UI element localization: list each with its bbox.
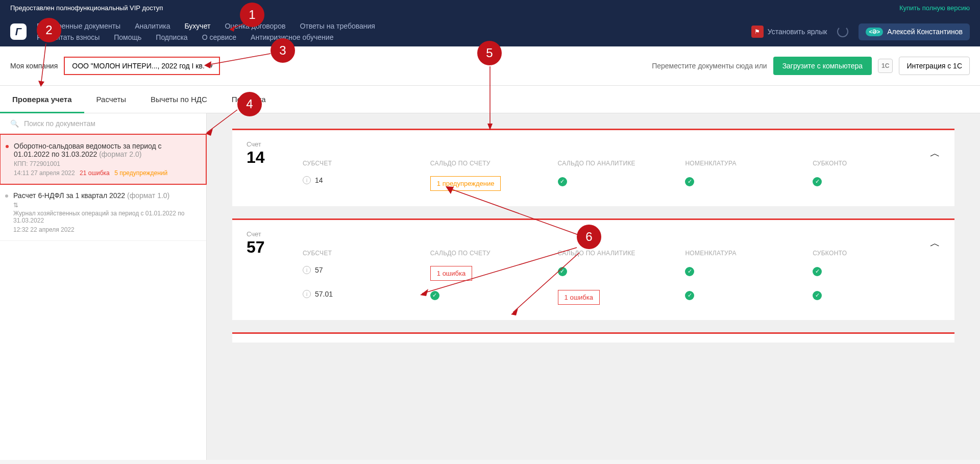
check-ok-icon: ✓	[685, 291, 694, 300]
account-number: 57	[247, 238, 303, 257]
callout-3: 3	[271, 38, 295, 63]
tab-check[interactable]: Проверка учета	[0, 86, 84, 113]
sidebar: 🔍 Поиск по документам Оборотно-сальдовая…	[0, 113, 207, 460]
tabs: Проверка учета Расчеты Вычеты по НДС Пер…	[0, 86, 980, 113]
info-icon[interactable]: i	[303, 266, 311, 274]
account-number: 14	[247, 148, 303, 167]
account-row: i 57 1 ошибка ✓ ✓ ✓	[247, 266, 940, 281]
status-dot-icon	[6, 145, 9, 148]
check-ok-icon: ✓	[813, 291, 822, 300]
col-balance-analytics: САЛЬДО ПО АНАЛИТИКЕ	[558, 160, 685, 167]
tab-vat[interactable]: Вычеты по НДС	[138, 86, 219, 113]
search-box[interactable]: 🔍 Поиск по документам	[0, 113, 206, 134]
col-balance-analytics: САЛЬДО ПО АНАЛИТИКЕ	[558, 250, 685, 257]
account-row: i 57.01 ✓ 1 ошибка ✓ ✓	[247, 290, 940, 305]
tab-calculations[interactable]: Расчеты	[84, 86, 139, 113]
col-balance-account: САЛЬДО ПО СЧЕТУ	[430, 250, 558, 257]
info-icon[interactable]: i	[303, 290, 311, 298]
account-row: i 14 1 предупреждение ✓ ✓ ✓	[247, 176, 940, 191]
buy-full-link[interactable]: Купить полную версию	[899, 4, 970, 12]
swap-icon: ⇅	[10, 202, 196, 209]
install-shortcut[interactable]: ⚑ Установить ярлык	[751, 26, 827, 38]
col-subconto: СУБКОНТО	[813, 160, 940, 167]
callout-5: 5	[477, 41, 502, 65]
col-subconto: СУБКОНТО	[813, 250, 940, 257]
col-subaccount: СУБСЧЕТ	[303, 160, 430, 167]
company-select[interactable]: ООО "МОЛОН ИНТЕРИ..., 2022 год I кв.	[64, 57, 220, 75]
nav-answers[interactable]: Ответы на требования	[300, 22, 375, 30]
nav-analytics[interactable]: Аналитика	[135, 22, 170, 30]
main-panel: ︿ Счет 14 СУБСЧЕТ САЛЬДО ПО СЧЕТУ САЛЬДО…	[207, 113, 980, 460]
error-badge[interactable]: 1 ошибка	[558, 290, 600, 305]
callout-6: 6	[577, 225, 601, 249]
company-label: Моя компания	[10, 62, 58, 70]
loading-icon	[837, 26, 848, 37]
check-ok-icon: ✓	[558, 177, 567, 186]
nav-accounting[interactable]: Бухучет	[184, 22, 210, 30]
col-subaccount: СУБСЧЕТ	[303, 250, 430, 257]
col-balance-account: САЛЬДО ПО СЧЕТУ	[430, 160, 558, 167]
nav-secondary: Рассчитать взносы Помощь Подписка О серв…	[37, 33, 375, 41]
user-menu[interactable]: <Ә> Алексей Константинов	[859, 23, 970, 40]
account-label: Счет	[247, 140, 303, 148]
col-nomenclature: НОМЕНКЛАТУРА	[685, 250, 813, 257]
check-ok-icon: ✓	[430, 291, 439, 300]
callout-2: 2	[37, 18, 61, 42]
nav-help[interactable]: Помощь	[114, 33, 141, 41]
check-ok-icon: ✓	[558, 267, 567, 276]
vip-text: Предоставлен полнофункциональный VIP дос…	[10, 4, 163, 12]
user-badge-icon: <Ә>	[866, 28, 883, 36]
doc-item-osb[interactable]: Оборотно-сальдовая ведомость за период с…	[0, 134, 207, 185]
search-placeholder: Поиск по документам	[24, 119, 95, 128]
search-icon: 🔍	[10, 119, 19, 128]
doc-item-6ndfl[interactable]: Расчет 6-НДФЛ за 1 квартал 2022 (формат …	[0, 184, 206, 241]
nav-subscription[interactable]: Подписка	[156, 33, 187, 41]
check-ok-icon: ✓	[685, 177, 694, 186]
check-ok-icon: ✓	[813, 267, 822, 276]
check-ok-icon: ✓	[813, 177, 822, 186]
error-badge[interactable]: 1 ошибка	[430, 266, 472, 281]
upload-button[interactable]: Загрузите с компьютера	[773, 57, 872, 75]
1c-icon[interactable]: 1С	[878, 59, 893, 73]
drop-text: Переместите документы сюда или	[652, 62, 767, 70]
collapse-icon[interactable]: ︿	[930, 236, 940, 250]
status-dot-icon	[5, 194, 8, 198]
account-card-14: ︿ Счет 14 СУБСЧЕТ САЛЬДО ПО СЧЕТУ САЛЬДО…	[232, 129, 954, 206]
account-card-next	[232, 332, 954, 343]
callout-1: 1	[240, 3, 264, 27]
nav-about[interactable]: О сервисе	[202, 33, 236, 41]
check-ok-icon: ✓	[685, 267, 694, 276]
collapse-icon[interactable]: ︿	[930, 146, 940, 160]
col-nomenclature: НОМЕНКЛАТУРА	[685, 160, 813, 167]
shortcut-icon: ⚑	[751, 26, 764, 38]
callout-4: 4	[237, 92, 262, 116]
logo[interactable]: Г	[10, 23, 27, 40]
warning-badge[interactable]: 1 предупреждение	[430, 176, 501, 191]
nav-primary: Проверенные документы Аналитика Бухучет …	[37, 22, 375, 30]
account-label: Счет	[247, 230, 303, 238]
integration-1c-button[interactable]: Интеграция с 1С	[899, 57, 970, 75]
vip-bar: Предоставлен полнофункциональный VIP дос…	[0, 0, 980, 16]
info-icon[interactable]: i	[303, 176, 311, 184]
